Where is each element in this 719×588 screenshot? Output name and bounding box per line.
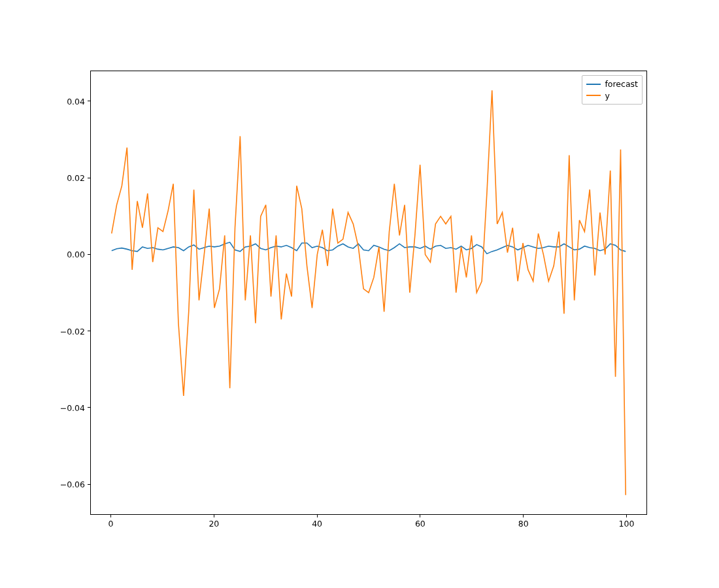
legend-item: y (586, 90, 638, 102)
x-tick-mark (626, 515, 627, 517)
figure: forecasty 020406080100−0.06−0.04−0.020.0… (0, 0, 719, 588)
series-y (112, 90, 626, 495)
y-tick-label: 0.04 (67, 96, 85, 106)
x-tick-mark (317, 515, 318, 517)
y-tick-mark (88, 101, 90, 101)
y-tick-label: −0.06 (60, 480, 85, 489)
y-tick-label: 0.02 (67, 173, 85, 183)
y-tick-mark (88, 484, 90, 485)
legend-label: y (605, 90, 609, 102)
x-tick-mark (523, 515, 524, 517)
legend-swatch (586, 95, 601, 96)
y-tick-mark (88, 178, 90, 178)
x-tick-mark (420, 515, 420, 517)
x-tick-label: 40 (312, 519, 322, 529)
legend-item: forecast (586, 78, 638, 90)
legend: forecasty (582, 75, 643, 105)
x-tick-label: 100 (619, 519, 635, 529)
y-tick-mark (88, 407, 90, 408)
y-tick-mark (88, 331, 90, 331)
y-tick-label: −0.02 (60, 326, 85, 336)
axes: forecasty (90, 71, 647, 515)
x-tick-label: 20 (209, 519, 219, 529)
x-tick-label: 80 (518, 519, 529, 529)
x-tick-label: 60 (415, 519, 426, 529)
x-tick-label: 0 (109, 519, 114, 529)
plot-canvas (91, 71, 646, 514)
x-tick-mark (110, 515, 111, 517)
x-tick-mark (214, 515, 214, 517)
y-tick-mark (88, 254, 90, 255)
legend-label: forecast (605, 78, 638, 90)
legend-swatch (586, 84, 601, 85)
y-tick-label: 0.00 (67, 250, 85, 259)
series-forecast (112, 242, 626, 254)
y-tick-label: −0.04 (60, 402, 85, 412)
